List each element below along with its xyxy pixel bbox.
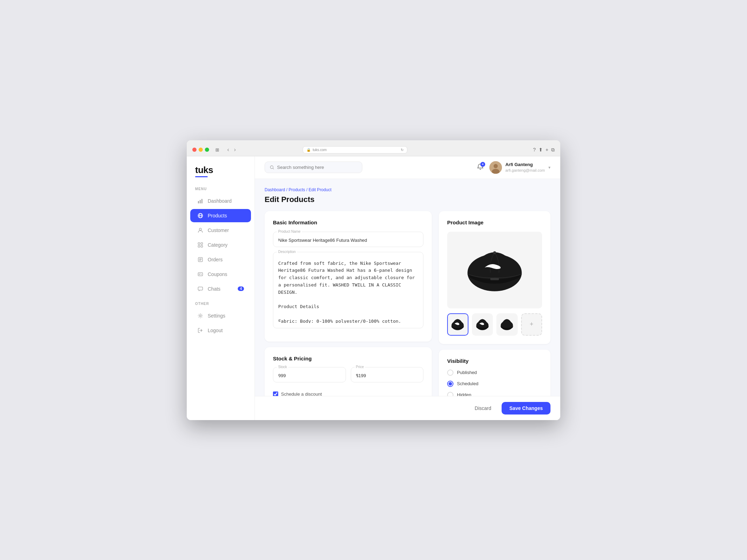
stock-wrapper: Stock (273, 367, 346, 382)
tabs-icon[interactable]: ⧉ (551, 147, 555, 153)
orders-icon (197, 256, 204, 263)
schedule-discount-checkbox[interactable] (273, 391, 278, 396)
description-input[interactable]: Crafted from soft fabric, the Nike Sport… (278, 259, 418, 323)
svg-point-6 (199, 228, 201, 230)
url-text: tuks.com (313, 148, 327, 152)
thumbnail-2[interactable] (472, 313, 493, 336)
price-label: Price (355, 365, 365, 369)
sidebar-item-category[interactable]: Category (190, 238, 251, 252)
description-field: Description Crafted from soft fabric, th… (273, 252, 423, 328)
sidebar-item-chats[interactable]: Chats 4 (190, 282, 251, 296)
right-column: Product Image (439, 211, 550, 396)
search-bar[interactable] (265, 162, 362, 173)
chevron-down-icon: ▾ (548, 165, 550, 170)
svg-line-14 (201, 274, 202, 275)
sidebar-item-customer[interactable]: Customer (190, 224, 251, 237)
thumb-cap-2 (475, 317, 490, 332)
back-btn[interactable]: ‹ (225, 146, 231, 154)
new-tab-icon[interactable]: + (546, 147, 548, 153)
stock-pricing-card: Stock & Pricing Stock (265, 347, 432, 396)
svg-rect-0 (198, 201, 199, 203)
user-info[interactable]: Arfi Ganteng arfi.ganteng@mail.com ▾ (489, 161, 550, 174)
visibility-published[interactable]: Published (447, 369, 542, 376)
header-right: 4 Arfi Ganteng arfi.ganteng@ma (477, 161, 550, 174)
description-label: Description (277, 250, 297, 254)
traffic-light-green[interactable] (205, 148, 209, 152)
add-image-button[interactable]: + (521, 313, 542, 336)
scheduled-radio[interactable] (447, 381, 453, 387)
logo-text: tuks (195, 165, 246, 176)
left-column: Basic Information Product Name Descripti… (265, 211, 432, 396)
schedule-discount-row: Schedule a discount (273, 391, 423, 396)
description-wrapper: Description Crafted from soft fabric, th… (273, 252, 423, 328)
question-icon[interactable]: ? (533, 147, 536, 153)
logo-underline (195, 176, 208, 177)
browser-chrome: ⊞ ‹ › 🔒 tuks.com ↻ ? ⬆ + ⧉ (187, 140, 560, 156)
person-icon (197, 227, 204, 233)
logout-label: Logout (208, 328, 223, 333)
breadcrumb-sep1: / (286, 187, 289, 192)
thumb-cap-1 (450, 317, 465, 332)
stock-label: Stock (277, 365, 288, 369)
sidebar-item-logout[interactable]: Logout (190, 324, 251, 337)
traffic-light-yellow[interactable] (199, 148, 203, 152)
published-radio[interactable] (447, 369, 453, 376)
sidebar-item-products[interactable]: Products (190, 209, 251, 222)
discard-button[interactable]: Discard (468, 402, 497, 415)
hidden-label: Hidden (457, 392, 471, 396)
customer-label: Customer (208, 227, 229, 233)
chat-icon (197, 286, 204, 292)
sidebar-item-dashboard[interactable]: Dashboard (190, 194, 251, 208)
forward-btn[interactable]: › (232, 146, 237, 154)
search-icon (270, 165, 274, 170)
settings-label: Settings (208, 313, 225, 319)
stock-input[interactable] (278, 371, 341, 378)
sidebar-item-orders[interactable]: Orders (190, 253, 251, 266)
breadcrumb-dashboard[interactable]: Dashboard (265, 187, 285, 192)
notification-button[interactable]: 4 (477, 163, 484, 172)
thumbnail-3[interactable] (496, 313, 518, 336)
image-thumbnails: + (447, 313, 542, 336)
save-changes-button[interactable]: Save Changes (502, 402, 550, 415)
visibility-title: Visibility (447, 358, 542, 364)
coupon-icon (197, 271, 204, 277)
scheduled-label: Scheduled (457, 381, 478, 386)
lock-icon: 🔒 (306, 148, 311, 152)
sidebar-item-settings[interactable]: Settings (190, 309, 251, 322)
visibility-card: Visibility Published (439, 350, 550, 396)
sidebar-toggle-btn[interactable]: ⊞ (213, 147, 221, 153)
basic-info-title: Basic Information (273, 219, 423, 225)
share-icon[interactable]: ⬆ (539, 147, 543, 153)
globe-icon (197, 212, 204, 219)
search-input[interactable] (277, 165, 357, 170)
breadcrumb: Dashboard / Products / Edit Product (265, 187, 550, 192)
product-name-field: Product Name (273, 232, 423, 247)
product-image-main (447, 232, 542, 308)
products-label: Products (208, 213, 227, 218)
schedule-discount-label: Schedule a discount (281, 391, 322, 396)
visibility-scheduled[interactable]: Scheduled (447, 381, 542, 387)
add-icon: + (530, 321, 533, 328)
product-name-input[interactable] (278, 236, 418, 243)
thumbnail-1[interactable] (447, 313, 468, 336)
traffic-light-red[interactable] (192, 148, 197, 152)
svg-rect-22 (490, 278, 499, 280)
svg-rect-7 (198, 242, 200, 244)
breadcrumb-products[interactable]: Products (289, 187, 305, 192)
svg-point-19 (494, 164, 498, 168)
visibility-hidden[interactable]: Hidden (447, 392, 542, 396)
stock-field: Stock (273, 367, 346, 382)
logo-area: tuks (187, 165, 254, 187)
user-name: Arfi Ganteng (505, 162, 545, 168)
refresh-icon[interactable]: ↻ (401, 148, 404, 152)
sidebar-item-coupons[interactable]: Coupons (190, 268, 251, 281)
stock-pricing-title: Stock & Pricing (273, 356, 423, 361)
svg-point-23 (493, 251, 496, 254)
browser-actions: ? ⬆ + ⧉ (533, 147, 555, 153)
main-area: 4 Arfi Ganteng arfi.ganteng@ma (255, 156, 560, 420)
product-name-label: Product Name (277, 230, 302, 233)
address-bar[interactable]: 🔒 tuks.com ↻ (303, 146, 407, 154)
hidden-radio[interactable] (447, 392, 453, 396)
product-image-card: Product Image (439, 211, 550, 344)
price-input[interactable] (356, 371, 419, 378)
